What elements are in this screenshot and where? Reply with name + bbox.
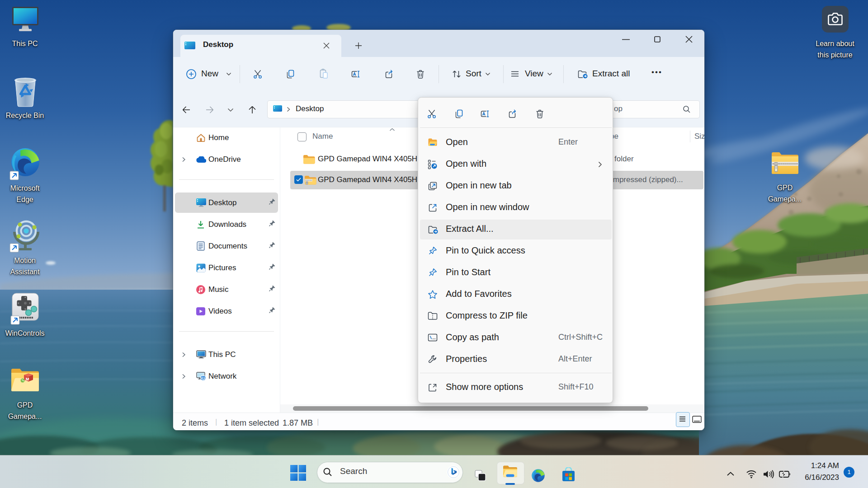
svg-text:M: M xyxy=(26,377,29,381)
